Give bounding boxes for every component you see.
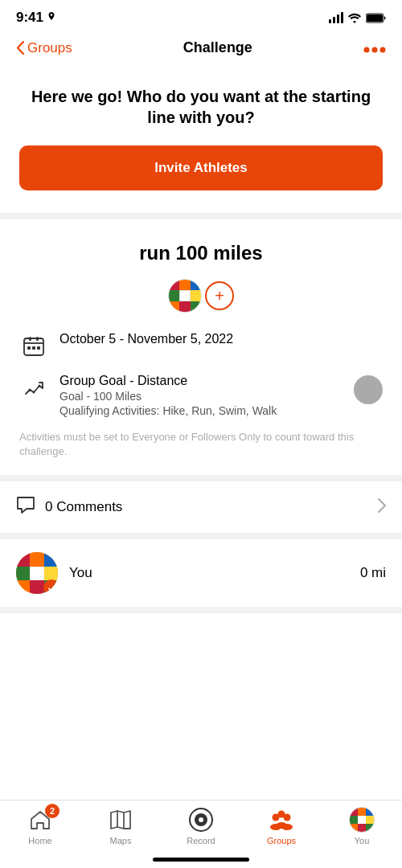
user-name: You — [69, 565, 349, 581]
home-indicator — [153, 858, 249, 862]
maps-icon-wrap — [106, 807, 135, 833]
back-chevron-icon — [16, 41, 24, 55]
home-icon-wrap: 2 — [26, 807, 55, 833]
you-tab-label: You — [355, 836, 370, 845]
svg-rect-8 — [27, 346, 31, 350]
svg-point-4 — [380, 47, 386, 53]
time-display: 9:41 — [16, 10, 43, 26]
leaderboard-section: You 0 mi — [0, 539, 402, 613]
record-icon — [188, 807, 214, 833]
maps-icon — [110, 809, 131, 830]
add-participant-button[interactable]: + — [205, 281, 234, 310]
svg-point-12 — [33, 391, 35, 394]
you-icon-wrap — [347, 807, 376, 833]
svg-rect-6 — [29, 337, 31, 341]
home-badge: 2 — [45, 804, 59, 818]
date-range-row: October 5 - November 5, 2022 — [19, 332, 383, 361]
user-distance: 0 mi — [360, 565, 386, 581]
challenge-title: run 100 miles — [19, 242, 383, 264]
calendar-icon — [19, 332, 48, 361]
svg-rect-10 — [37, 346, 40, 350]
date-range-content: October 5 - November 5, 2022 — [59, 332, 383, 346]
gray-circle — [354, 375, 383, 404]
svg-point-16 — [199, 817, 203, 822]
more-button[interactable] — [363, 39, 386, 57]
svg-point-11 — [29, 389, 31, 391]
record-icon-wrap — [187, 807, 215, 833]
invite-heading: Here we go! Who do you want at the start… — [19, 86, 383, 128]
wifi-icon — [348, 13, 361, 23]
you-avatar-icon — [349, 807, 375, 833]
goal-detail: Goal - 100 Miles — [59, 390, 343, 403]
avatars-row: + — [19, 279, 383, 313]
groups-tab-label: Groups — [267, 836, 296, 845]
comments-section[interactable]: 0 Comments — [0, 481, 402, 539]
goal-row: Group Goal - Distance Goal - 100 Miles Q… — [19, 374, 383, 417]
tab-you[interactable]: You — [338, 807, 386, 845]
strava-badge — [43, 579, 58, 594]
svg-point-22 — [276, 822, 287, 829]
battery-icon — [366, 13, 386, 23]
goal-icon — [19, 374, 48, 403]
participant-avatar — [168, 279, 202, 313]
svg-point-3 — [372, 47, 378, 53]
status-bar: 9:41 — [0, 0, 402, 32]
tab-groups[interactable]: Groups — [257, 807, 306, 845]
leaderboard-row: You 0 mi — [16, 552, 386, 594]
comments-count: 0 Comments — [45, 499, 122, 515]
more-dots-icon — [363, 47, 386, 53]
tab-maps[interactable]: Maps — [96, 807, 145, 845]
goal-action — [354, 374, 383, 404]
page-title: Challenge — [183, 39, 252, 56]
comments-left: 0 Comments — [16, 496, 122, 518]
goal-content: Group Goal - Distance Goal - 100 Miles Q… — [59, 374, 343, 417]
svg-rect-9 — [32, 346, 35, 350]
svg-point-19 — [278, 811, 285, 818]
status-icons — [329, 12, 386, 23]
svg-rect-1 — [367, 14, 383, 22]
invite-section: Here we go! Who do you want at the start… — [0, 67, 402, 219]
record-tab-label: Record — [187, 836, 215, 845]
svg-point-2 — [364, 47, 370, 53]
user-avatar — [16, 552, 58, 594]
nav-bar: Groups Challenge — [0, 32, 402, 67]
svg-point-13 — [39, 385, 41, 387]
groups-icon-wrap — [267, 807, 296, 833]
qualifying-activities: Qualifying Activities: Hike, Run, Swim, … — [59, 404, 343, 417]
home-tab-label: Home — [28, 836, 51, 845]
signal-icon — [329, 12, 343, 23]
tab-record[interactable]: Record — [177, 807, 225, 845]
tab-home[interactable]: 2 Home — [16, 807, 64, 845]
privacy-note: Activities must be set to Everyone or Fo… — [19, 430, 383, 459]
challenge-section: run 100 miles + — [0, 219, 402, 481]
status-time: 9:41 — [16, 10, 56, 26]
groups-icon — [269, 809, 293, 830]
comment-icon — [16, 496, 35, 518]
back-button[interactable]: Groups — [16, 40, 72, 56]
back-label: Groups — [27, 40, 72, 56]
location-icon — [47, 12, 56, 23]
invite-athletes-button[interactable]: Invite Athletes — [19, 145, 383, 190]
maps-tab-label: Maps — [110, 836, 132, 845]
chevron-right-icon — [378, 498, 386, 517]
goal-type: Group Goal - Distance — [59, 374, 343, 388]
date-range-text: October 5 - November 5, 2022 — [59, 332, 383, 346]
svg-rect-7 — [36, 337, 39, 341]
